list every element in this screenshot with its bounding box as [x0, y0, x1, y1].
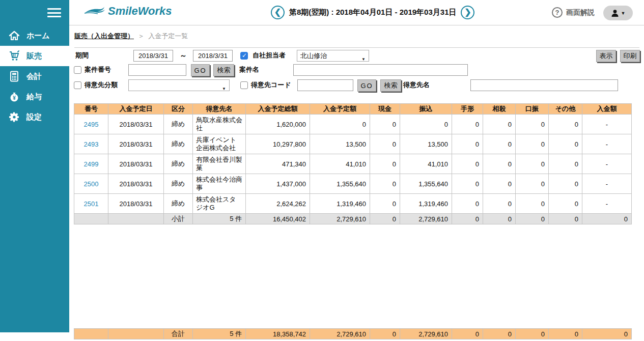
table-row: 24992018/03/31締め有限会社香川製菓471,34041,010041…: [74, 154, 632, 174]
calculator-icon: [8, 70, 20, 82]
table-cell: 0: [549, 134, 582, 154]
table-cell: 0: [452, 174, 483, 194]
column-header: 得意先名: [193, 104, 246, 115]
row-number-link[interactable]: 2493: [74, 134, 108, 154]
period-from-input[interactable]: [133, 50, 173, 62]
subtotal-cell: [108, 214, 164, 224]
customer-code-label: 得意先コード: [251, 79, 291, 91]
table-cell: 0: [370, 174, 400, 194]
subtotal-cell: 16,450,402: [246, 214, 310, 224]
previous-period-button[interactable]: ❮: [271, 6, 285, 19]
row-number-link[interactable]: 2495: [74, 115, 108, 134]
sidebar-top: [0, 0, 69, 25]
table-cell: 1,437,000: [246, 174, 310, 194]
grand-total-row: 合計5 件18,358,7422,729,61002,729,61000000: [74, 328, 632, 339]
app-root: ホーム販売会計¥給与設定 SmileWorks ❮ 第8期(翌期) : 2018…: [0, 0, 644, 341]
case-number-input[interactable]: [128, 64, 186, 76]
table-cell: 13,500: [400, 134, 452, 154]
grand-total-cell: [108, 329, 164, 339]
table-cell: 0: [370, 194, 400, 214]
customer-category-label: 得意先分類: [85, 79, 118, 91]
sidebar-item-3[interactable]: ¥給与: [0, 87, 69, 107]
case-number-search-button[interactable]: 検索: [213, 64, 234, 76]
customer-code-search-button[interactable]: 検索: [380, 79, 401, 92]
table-cell: 0: [310, 115, 370, 134]
table-cell: 0: [370, 115, 400, 134]
subtotal-cell: 0: [549, 214, 582, 224]
customer-code-go-button[interactable]: GO: [357, 79, 376, 92]
table-row: 25002018/03/31締め株式会社今治商事1,437,0001,355,6…: [74, 174, 632, 194]
table-cell: 1,355,640: [400, 174, 452, 194]
table-cell: 2018/03/31: [108, 134, 164, 154]
customer-code-checkbox[interactable]: [240, 81, 248, 89]
sidebar-item-2[interactable]: 会計: [0, 66, 69, 87]
sidebar-item-4[interactable]: 設定: [0, 107, 69, 127]
customer-category-checkbox[interactable]: [74, 81, 81, 89]
customer-name-input[interactable]: [470, 79, 618, 91]
column-header: 相殺: [483, 104, 516, 115]
case-number-go-button[interactable]: GO: [191, 64, 210, 76]
grand-total-row: 合計5 件18,358,7422,729,61002,729,61000000: [74, 329, 632, 339]
table-cell: 13,500: [310, 134, 370, 154]
grand-total-cell: 0: [516, 329, 549, 339]
user-menu-button[interactable]: ▼: [603, 6, 633, 20]
table-cell: 0: [452, 134, 483, 154]
grand-total-cell: 2,729,610: [400, 329, 452, 339]
main-content: 販売（入出金管理） ＞ 入金予定一覧 期間 ～ 自社担当者 北山修治 表示 印刷…: [69, 25, 644, 341]
subtotal-cell: 0: [582, 214, 632, 224]
staff-select[interactable]: 北山修治: [297, 50, 369, 62]
case-name-input[interactable]: [293, 64, 468, 76]
sidebar-item-1[interactable]: 販売: [0, 46, 69, 66]
subtotal-row: 小計5 件16,450,4022,729,61002,729,61000000: [74, 214, 632, 224]
table-cell: 41,010: [400, 154, 452, 174]
subtotal-cell: 0: [483, 214, 516, 224]
sidebar-item-0[interactable]: ホーム: [0, 25, 69, 46]
table-cell: 0: [400, 115, 452, 134]
subtotal-cell: 0: [516, 214, 549, 224]
row-number-link[interactable]: 2500: [74, 174, 108, 194]
sidebar-nav: ホーム販売会計¥給与設定: [0, 25, 69, 127]
table-cell: 2018/03/31: [108, 115, 164, 134]
table-cell: 0: [452, 194, 483, 214]
table-header-row: 番号入金予定日区分得意先名入金予定総額入金予定額現金振込手形相殺口振その他入金額: [74, 104, 632, 115]
display-button[interactable]: 表示: [596, 50, 616, 62]
hamburger-menu-icon[interactable]: [47, 7, 61, 18]
screen-help-link[interactable]: ? 画面解説: [552, 7, 595, 18]
sidebar: ホーム販売会計¥給与設定: [0, 0, 69, 332]
table-cell: 株式会社スタジオG: [193, 194, 246, 214]
grand-total-cell: 0: [452, 329, 483, 339]
period-to-input[interactable]: [193, 50, 233, 62]
app-logo[interactable]: SmileWorks: [83, 5, 172, 18]
sidebar-item-label: 会計: [26, 72, 42, 81]
table-cell: 2018/03/31: [108, 194, 164, 214]
customer-code-input[interactable]: [297, 79, 353, 91]
staff-checkbox[interactable]: [240, 52, 248, 60]
grand-total-cell: 0: [370, 329, 400, 339]
case-number-label: 案件番号: [85, 64, 111, 75]
print-button[interactable]: 印刷: [620, 50, 640, 62]
grand-total-cell: [74, 329, 108, 339]
svg-text:¥: ¥: [13, 95, 16, 101]
logo-swoosh-icon: [83, 5, 106, 18]
subtotal-cell: 0: [452, 214, 483, 224]
subtotal-cell: 5 件: [193, 214, 246, 224]
table-cell: 0: [549, 154, 582, 174]
table-cell: 1,319,460: [310, 194, 370, 214]
row-number-link[interactable]: 2499: [74, 154, 108, 174]
customer-category-select[interactable]: [128, 79, 230, 91]
row-number-link[interactable]: 2501: [74, 194, 108, 214]
case-number-checkbox[interactable]: [74, 66, 81, 74]
cart-icon: [8, 50, 20, 62]
grand-total-cell: 18,358,742: [246, 329, 310, 339]
table-cell: 471,340: [246, 154, 310, 174]
table-cell: 0: [516, 174, 549, 194]
table-cell: 0: [483, 134, 516, 154]
sidebar-item-label: 給与: [26, 92, 42, 102]
user-icon: [611, 9, 619, 17]
table-cell: 0: [483, 194, 516, 214]
subtotal-cell: [74, 214, 108, 224]
period-tilde: ～: [180, 50, 187, 62]
column-header: 入金予定日: [108, 104, 164, 115]
next-period-button[interactable]: ❯: [461, 6, 474, 19]
table-cell: 鳥取水産株式会社: [193, 115, 246, 134]
